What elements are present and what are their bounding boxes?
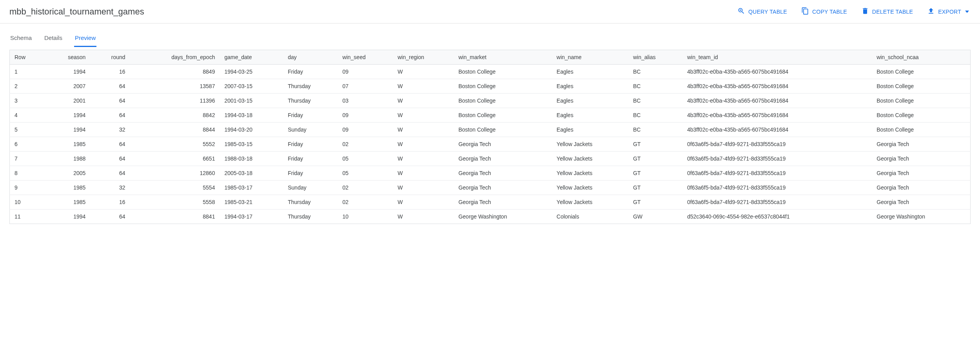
col-win-name: win_name bbox=[552, 50, 628, 65]
cell-win_school_ncaa: Georgia Tech bbox=[872, 152, 970, 166]
delete-icon bbox=[861, 7, 869, 16]
cell-season: 2005 bbox=[44, 166, 90, 181]
cell-win_school_ncaa: George Washington bbox=[872, 210, 970, 224]
query-table-button[interactable]: QUERY TABLE bbox=[736, 5, 789, 18]
cell-win_school_ncaa: Boston College bbox=[872, 94, 970, 108]
table-row[interactable]: 919853255541985-03-17Sunday02WGeorgia Te… bbox=[10, 181, 971, 195]
col-round: round bbox=[90, 50, 130, 65]
cell-day: Friday bbox=[283, 108, 338, 123]
page-title: mbb_historical_tournament_games bbox=[9, 7, 144, 17]
cell-win_seed: 10 bbox=[338, 210, 393, 224]
svg-point-0 bbox=[740, 9, 741, 11]
cell-round: 16 bbox=[90, 195, 130, 210]
cell-win_school_ncaa: Boston College bbox=[872, 123, 970, 137]
cell-row: 5 bbox=[10, 123, 45, 137]
cell-win_team_id: 0f63a6f5-bda7-4fd9-9271-8d33f555ca19 bbox=[682, 137, 872, 152]
cell-round: 64 bbox=[90, 210, 130, 224]
tabs: Schema Details Preview bbox=[0, 31, 980, 47]
cell-win_name: Eagles bbox=[552, 108, 628, 123]
cell-win_region: W bbox=[393, 94, 454, 108]
table-row[interactable]: 2200764135872007-03-15Thursday07WBoston … bbox=[10, 79, 971, 94]
tab-details[interactable]: Details bbox=[44, 31, 63, 47]
cell-win_market: Georgia Tech bbox=[454, 137, 552, 152]
export-icon bbox=[927, 7, 935, 16]
table-row[interactable]: 1119946488411994-03-17Thursday10WGeorge … bbox=[10, 210, 971, 224]
cell-win_alias: GT bbox=[628, 152, 682, 166]
cell-win_school_ncaa: Georgia Tech bbox=[872, 181, 970, 195]
cell-win_seed: 09 bbox=[338, 65, 393, 79]
table-row[interactable]: 8200564128602005-03-18Friday05WGeorgia T… bbox=[10, 166, 971, 181]
cell-win_school_ncaa: Boston College bbox=[872, 65, 970, 79]
cell-row: 2 bbox=[10, 79, 45, 94]
cell-win_alias: BC bbox=[628, 79, 682, 94]
table-header-row: Row season round days_from_epoch game_da… bbox=[10, 50, 971, 65]
preview-table-wrap: Row season round days_from_epoch game_da… bbox=[0, 47, 980, 233]
cell-round: 64 bbox=[90, 166, 130, 181]
cell-day: Thursday bbox=[283, 210, 338, 224]
copy-table-button[interactable]: COPY TABLE bbox=[800, 5, 849, 18]
cell-win_alias: GT bbox=[628, 181, 682, 195]
col-row: Row bbox=[10, 50, 45, 65]
col-win-market: win_market bbox=[454, 50, 552, 65]
cell-game_date: 1994-03-18 bbox=[220, 108, 283, 123]
delete-table-button[interactable]: DELETE TABLE bbox=[860, 5, 915, 18]
cell-win_team_id: 4b3ff02c-e0ba-435b-a565-6075bc491684 bbox=[682, 65, 872, 79]
export-button[interactable]: EXPORT bbox=[926, 5, 971, 18]
cell-game_date: 1994-03-17 bbox=[220, 210, 283, 224]
cell-season: 1985 bbox=[44, 195, 90, 210]
cell-win_team_id: 0f63a6f5-bda7-4fd9-9271-8d33f555ca19 bbox=[682, 152, 872, 166]
cell-game_date: 2005-03-18 bbox=[220, 166, 283, 181]
cell-win_region: W bbox=[393, 79, 454, 94]
table-row[interactable]: 119941688491994-03-25Friday09WBoston Col… bbox=[10, 65, 971, 79]
cell-win_school_ncaa: Georgia Tech bbox=[872, 166, 970, 181]
cell-win_alias: BC bbox=[628, 94, 682, 108]
cell-row: 10 bbox=[10, 195, 45, 210]
cell-win_team_id: 0f63a6f5-bda7-4fd9-9271-8d33f555ca19 bbox=[682, 195, 872, 210]
cell-win_region: W bbox=[393, 137, 454, 152]
cell-win_market: Georgia Tech bbox=[454, 195, 552, 210]
cell-win_market: George Washington bbox=[454, 210, 552, 224]
cell-win_team_id: 0f63a6f5-bda7-4fd9-9271-8d33f555ca19 bbox=[682, 166, 872, 181]
cell-days_from_epoch: 5552 bbox=[130, 137, 220, 152]
table-row[interactable]: 1019851655581985-03-21Thursday02WGeorgia… bbox=[10, 195, 971, 210]
cell-win_name: Eagles bbox=[552, 79, 628, 94]
table-row[interactable]: 3200164113962001-03-15Thursday03WBoston … bbox=[10, 94, 971, 108]
cell-day: Sunday bbox=[283, 181, 338, 195]
preview-table: Row season round days_from_epoch game_da… bbox=[9, 50, 971, 224]
cell-win_seed: 02 bbox=[338, 137, 393, 152]
cell-win_region: W bbox=[393, 181, 454, 195]
tab-schema[interactable]: Schema bbox=[9, 31, 33, 47]
cell-game_date: 1994-03-20 bbox=[220, 123, 283, 137]
cell-win_school_ncaa: Boston College bbox=[872, 79, 970, 94]
cell-win_market: Boston College bbox=[454, 79, 552, 94]
cell-season: 1988 bbox=[44, 152, 90, 166]
table-row[interactable]: 619856455521985-03-15Friday02WGeorgia Te… bbox=[10, 137, 971, 152]
cell-win_alias: BC bbox=[628, 108, 682, 123]
cell-round: 64 bbox=[90, 152, 130, 166]
cell-win_market: Boston College bbox=[454, 123, 552, 137]
cell-win_name: Colonials bbox=[552, 210, 628, 224]
col-season: season bbox=[44, 50, 90, 65]
cell-win_team_id: 0f63a6f5-bda7-4fd9-9271-8d33f555ca19 bbox=[682, 181, 872, 195]
cell-days_from_epoch: 8841 bbox=[130, 210, 220, 224]
cell-win_market: Georgia Tech bbox=[454, 152, 552, 166]
table-row[interactable]: 719886466511988-03-18Friday05WGeorgia Te… bbox=[10, 152, 971, 166]
table-row[interactable]: 419946488421994-03-18Friday09WBoston Col… bbox=[10, 108, 971, 123]
table-row[interactable]: 519943288441994-03-20Sunday09WBoston Col… bbox=[10, 123, 971, 137]
cell-win_name: Eagles bbox=[552, 123, 628, 137]
cell-win_market: Boston College bbox=[454, 94, 552, 108]
cell-season: 1994 bbox=[44, 108, 90, 123]
cell-game_date: 1994-03-25 bbox=[220, 65, 283, 79]
cell-win_school_ncaa: Boston College bbox=[872, 108, 970, 123]
export-label: EXPORT bbox=[938, 9, 961, 15]
cell-season: 2007 bbox=[44, 79, 90, 94]
cell-win_team_id: 4b3ff02c-e0ba-435b-a565-6075bc491684 bbox=[682, 94, 872, 108]
cell-game_date: 2007-03-15 bbox=[220, 79, 283, 94]
tab-preview[interactable]: Preview bbox=[74, 31, 96, 47]
col-win-school-ncaa: win_school_ncaa bbox=[872, 50, 970, 65]
cell-days_from_epoch: 8844 bbox=[130, 123, 220, 137]
cell-win_school_ncaa: Georgia Tech bbox=[872, 195, 970, 210]
cell-day: Friday bbox=[283, 65, 338, 79]
cell-win_market: Boston College bbox=[454, 108, 552, 123]
cell-days_from_epoch: 5558 bbox=[130, 195, 220, 210]
